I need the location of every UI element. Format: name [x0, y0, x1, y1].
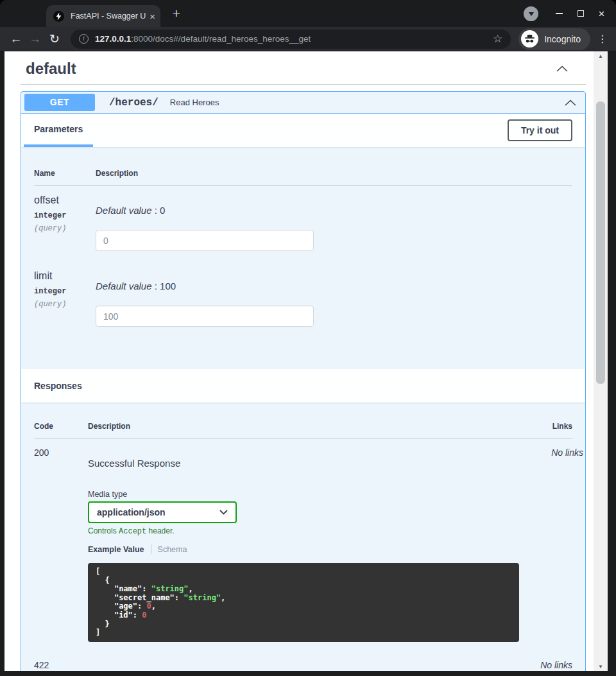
parameters-table: Name Description offset integer (query) … [21, 147, 585, 369]
maximize-icon [578, 10, 584, 17]
example-tabs: Example Value Schema [88, 544, 519, 554]
param-type: integer [34, 287, 96, 296]
param-row-offset: offset integer (query) Default value : 0 [34, 186, 572, 261]
param-location: (query) [34, 224, 96, 233]
minimize-button[interactable] [549, 0, 570, 27]
scroll-down-arrow-icon[interactable]: ▼ [594, 662, 608, 671]
browser-titlebar: FastAPI - Swagger UI × + × [0, 0, 616, 27]
response-description: Validation Error [88, 670, 508, 671]
browser-menu-button[interactable]: ⋮ [597, 33, 608, 45]
param-name: offset [34, 195, 96, 206]
parameters-section-header: Parameters Try it out [21, 114, 585, 147]
response-row-422: 422 Validation Error No links [34, 651, 572, 671]
minimize-icon [556, 13, 563, 14]
response-row-200: 200 Successful Response Media type appli… [34, 438, 572, 651]
response-code: 422 [34, 660, 88, 671]
column-code: Code [34, 422, 88, 431]
chevron-down-icon [219, 510, 228, 515]
param-input-limit[interactable] [96, 306, 314, 327]
column-description: Description [88, 422, 508, 431]
address-bar[interactable]: i 127.0.0.1:8000/docs#/default/read_hero… [71, 30, 511, 49]
response-links: No links [519, 447, 583, 642]
column-links: Links [508, 422, 572, 431]
responses-section-header: Responses [21, 369, 585, 403]
try-it-out-button[interactable]: Try it out [508, 119, 572, 141]
example-code-block: [ { "name": "string", "secret_name": "st… [88, 563, 519, 642]
param-type: integer [34, 211, 96, 220]
url-text: 127.0.0.1:8000/docs#/default/read_heroes… [95, 34, 311, 44]
responses-table: Code Description Links 200 Successful Re… [21, 403, 585, 671]
column-description: Description [96, 169, 572, 178]
swagger-page: default GET /heroes/ Read Heroes Paramet… [4, 51, 594, 671]
incognito-badge: Incognito [518, 28, 590, 50]
param-input-offset[interactable] [96, 230, 314, 251]
tag-section-header[interactable]: default [21, 60, 586, 85]
response-code: 200 [34, 447, 88, 642]
responses-title: Responses [34, 381, 82, 391]
tab-parameters[interactable]: Parameters [24, 114, 93, 147]
param-location: (query) [34, 300, 96, 309]
page-scrollbar: ▲ ▼ [594, 51, 608, 671]
site-info-icon[interactable]: i [79, 34, 89, 44]
http-method-badge: GET [24, 94, 95, 111]
media-type-select[interactable]: application/json [88, 501, 237, 523]
param-default-value: Default value : 0 [96, 205, 572, 216]
window-frame-right [608, 51, 616, 671]
incognito-label: Incognito [544, 34, 581, 44]
incognito-icon [521, 30, 538, 48]
response-description: Successful Response [88, 458, 519, 469]
tab-schema[interactable]: Schema [158, 545, 187, 554]
scrollbar-thumb[interactable] [596, 101, 605, 384]
window-frame-bottom [0, 671, 616, 676]
operation-summary-text: Read Heroes [170, 98, 219, 107]
param-name: limit [34, 270, 96, 282]
responses-table-header: Code Description Links [34, 403, 572, 438]
param-row-limit: limit integer (query) Default value : 10… [34, 261, 572, 337]
maximize-button[interactable] [570, 0, 591, 27]
param-default-value: Default value : 100 [96, 281, 572, 291]
browser-toolbar: ← → ↻ i 127.0.0.1:8000/docs#/default/rea… [0, 27, 616, 51]
browser-window: FastAPI - Swagger UI × + × ← → ↻ i 127.0… [0, 0, 616, 676]
media-type-value: application/json [97, 507, 166, 517]
tag-title: default [26, 60, 76, 78]
back-button[interactable]: ← [6, 30, 26, 49]
accept-header-note: Controls Accept header. [88, 526, 519, 536]
tab-search-button[interactable] [524, 6, 538, 21]
tab-close-icon[interactable]: × [150, 12, 155, 21]
tab-divider [151, 544, 151, 554]
column-name: Name [34, 169, 96, 178]
new-tab-button[interactable]: + [168, 5, 185, 22]
chevron-up-icon [565, 100, 576, 106]
fastapi-favicon-icon [53, 11, 64, 22]
window-close-button[interactable]: × [591, 0, 612, 27]
tab-example-value[interactable]: Example Value [88, 545, 144, 554]
collapse-operation-button[interactable] [565, 100, 576, 106]
chevron-up-icon[interactable] [556, 65, 568, 72]
response-links: No links [508, 660, 572, 671]
opblock-get-heroes: GET /heroes/ Read Heroes Parameters Try … [21, 91, 586, 671]
operation-path: /heroes/ [109, 97, 158, 108]
bookmark-star-icon[interactable]: ☆ [493, 32, 502, 46]
reload-button[interactable]: ↻ [45, 30, 64, 49]
media-type-label: Media type [88, 490, 519, 499]
operation-summary[interactable]: GET /heroes/ Read Heroes [21, 92, 585, 114]
caret-down-icon [529, 12, 534, 16]
browser-tab[interactable]: FastAPI - Swagger UI × [46, 5, 160, 27]
window-controls: × [524, 0, 612, 27]
parameters-table-header: Name Description [34, 147, 572, 186]
scroll-up-arrow-icon[interactable]: ▲ [594, 51, 608, 60]
tab-title: FastAPI - Swagger UI [71, 12, 146, 21]
forward-button[interactable]: → [26, 30, 45, 49]
